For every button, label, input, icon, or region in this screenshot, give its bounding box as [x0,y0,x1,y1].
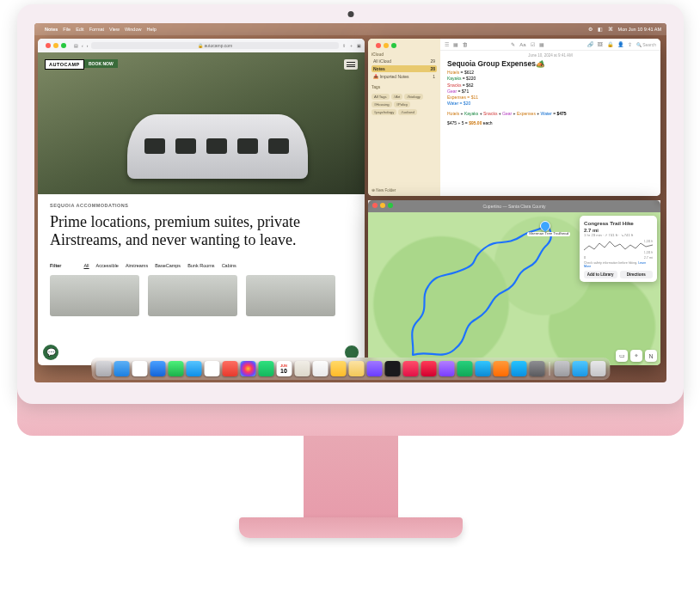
filter-airstreams[interactable]: Airstreams [126,263,148,268]
dock-freeform[interactable] [348,361,364,376]
expenses-line: Expenses = $11 [447,95,478,100]
directions-button[interactable]: Directions [620,271,654,278]
filter-basecamps[interactable]: BaseCamps [155,263,181,268]
dock-tv[interactable] [384,361,400,376]
dock-messages[interactable] [168,361,183,376]
menu-edit[interactable]: Edit [76,27,83,32]
sidebar-item-notes[interactable]: Notes28 [371,65,437,72]
listing-card[interactable] [148,275,237,316]
tabs-icon[interactable]: ▣ [357,43,361,48]
dock-appstore[interactable] [511,361,526,376]
dock-find-my[interactable] [222,361,237,376]
filter-accessible[interactable]: Accessible [96,263,119,268]
note-body[interactable]: Hotels = $612 Kayaks = $220 Snacks = $62… [440,68,660,128]
sidebar-icon[interactable]: ▤ [74,43,78,48]
locate-icon[interactable]: ⌖ [630,350,642,362]
dock-notes[interactable] [330,361,346,376]
site-logo[interactable]: AUTOCAMP [45,59,84,70]
menu-icon[interactable] [344,59,358,70]
listing-card[interactable] [246,275,335,316]
format-icon[interactable]: Aa [519,42,525,47]
tag-all[interactable]: All Tags [371,94,390,100]
dock-mail[interactable] [150,361,165,376]
sidebar-item-all[interactable]: All iCloud29 [371,58,437,64]
table-icon[interactable]: ▦ [539,41,544,47]
photo-icon[interactable]: 🖼 [598,42,603,47]
chat-icon[interactable]: 💬 [43,345,58,360]
dock-finder[interactable] [95,361,111,376]
control-center-icon[interactable]: ⌘ [608,27,613,32]
listing-card[interactable] [50,275,139,316]
tag[interactable]: #Art [391,94,403,100]
airstream-illustration [127,114,308,179]
new-tab-icon[interactable]: ＋ [349,43,353,48]
dock-maps[interactable] [186,361,201,376]
dock-home[interactable] [439,361,454,376]
list-view-icon[interactable]: ☰ [445,41,449,47]
compose-icon[interactable]: ✎ [511,41,515,47]
search-input[interactable]: 🔍 Search [636,42,656,47]
dock-news[interactable] [312,361,328,376]
lock-icon[interactable]: 🔒 [607,41,613,47]
scale-left: 0 [584,256,586,260]
filter-bunkrooms[interactable]: Bunk Rooms [187,263,215,268]
dock-recent[interactable] [554,361,569,376]
compass-icon[interactable]: N [645,350,657,362]
tag[interactable]: #Policy [394,101,411,107]
map-mode-icon[interactable]: ▭ [616,350,628,362]
dock-music[interactable] [402,361,418,376]
dock-photos[interactable] [240,361,255,376]
map-pin[interactable] [540,221,550,231]
new-folder-button[interactable]: ⊕ New Folder [371,186,437,194]
dock-numbers[interactable] [457,361,472,376]
dock-contacts[interactable] [204,361,219,376]
link-icon[interactable]: 🔗 [587,41,593,47]
checklist-icon[interactable]: ☑ [531,41,535,47]
dock-settings[interactable] [529,361,544,376]
sidebar-item-imported[interactable]: 📥 Imported Notes1 [371,73,437,80]
safety-note: Check safety information before hiking. … [584,261,653,268]
battery-icon[interactable]: ◧ [598,27,603,32]
dock-safari[interactable] [132,361,147,376]
menu-format[interactable]: Format [89,27,104,32]
map-canvas[interactable]: Sherman Tree Trailhead Congress Trail Hi… [368,212,660,365]
menubar-app[interactable]: Notes [45,27,58,32]
address-bar[interactable]: 🔒 autocamp.com [91,42,339,49]
window-controls[interactable] [371,40,437,51]
delete-icon[interactable]: 🗑 [463,42,468,47]
forward-icon[interactable]: › [87,43,89,48]
menu-file[interactable]: File [63,27,71,32]
tag[interactable]: #Housing [371,101,392,107]
share-icon[interactable]: ⇪ [628,41,632,47]
collab-icon[interactable]: 👤 [617,41,623,47]
share-icon[interactable]: ⇪ [342,43,346,48]
grid-view-icon[interactable]: ▦ [453,41,458,47]
wifi-icon[interactable]: ⚙︎ [588,27,593,32]
note-title[interactable]: Sequoia Group Expenses🏕️ [440,59,660,68]
menubar-clock[interactable]: Mon Jun 10 9:41 AM [618,27,661,32]
dock-keynote[interactable] [475,361,490,376]
menu-view[interactable]: View [109,27,120,32]
tag[interactable]: #biology [404,94,423,100]
dock-calendar[interactable]: JUN10 [276,361,292,376]
dock-downloads[interactable] [572,361,587,376]
dock-facetime[interactable] [258,361,273,376]
window-controls[interactable] [368,200,397,211]
tag[interactable]: #psychology [371,109,396,115]
camera [347,11,353,17]
dock-launchpad[interactable] [114,361,129,376]
menu-window[interactable]: Window [125,27,142,32]
dock-podcasts[interactable] [366,361,382,376]
add-to-library-button[interactable]: Add to Library [584,271,617,278]
dock-trash[interactable] [590,361,605,376]
book-now-button[interactable]: BOOK NOW [84,59,118,68]
filter-all[interactable]: All [83,263,89,268]
tag[interactable]: #ux/ixed [398,109,417,115]
dock-reminders[interactable] [294,361,310,376]
filter-cabins[interactable]: Cabins [222,263,236,268]
menu-help[interactable]: Help [146,27,156,32]
dock-news2[interactable] [421,361,436,376]
dock-pages[interactable] [493,361,508,376]
back-icon[interactable]: ‹ [82,43,83,48]
window-controls[interactable] [41,40,71,51]
